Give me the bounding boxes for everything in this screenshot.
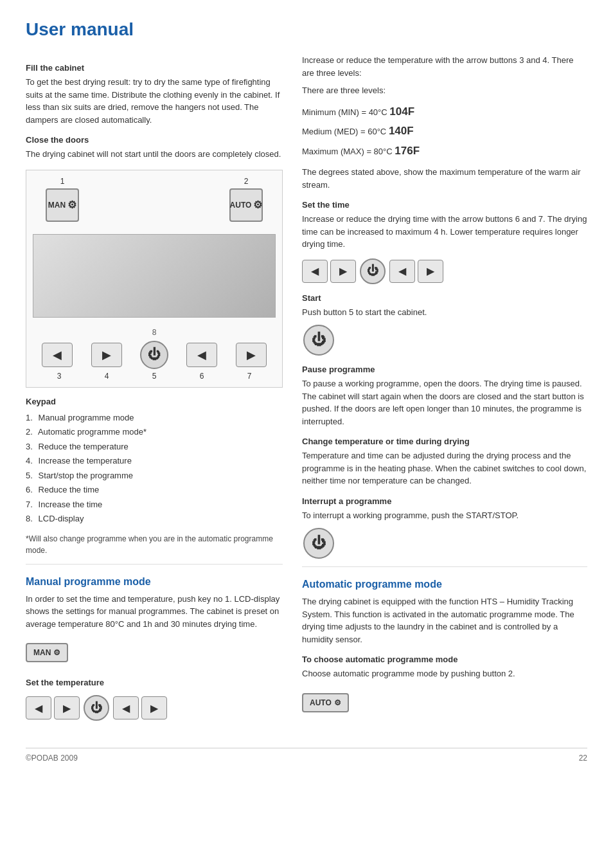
btn-increase-temp[interactable]: ▶ <box>91 343 122 367</box>
btn-power-1[interactable]: ⏻ <box>84 695 109 721</box>
btn-reduce-temp[interactable]: ◀ <box>42 343 73 367</box>
set-temp-body: Increase or reduce the temperature with … <box>302 54 587 79</box>
temp-btn-group: ◀ ▶ ⏻ ◀ ▶ <box>26 695 283 721</box>
temp-med-row: Medium (MED) = 60°C 140F <box>302 122 587 141</box>
keypad-list: 1. Manual programme mode 2. Automatic pr… <box>26 411 283 525</box>
temp-max-label: Maximum (MAX) = 80°C <box>302 147 393 156</box>
btn-increase-time[interactable]: ▶ <box>236 343 267 367</box>
man-button-display[interactable]: MAN ⚙ <box>26 637 283 669</box>
num-5: 5. <box>26 469 36 482</box>
num-7: 7. <box>26 498 36 511</box>
keypad-item-2: 2. Automatic programme mode* <box>26 426 283 439</box>
fill-cabinet-heading: Fill the cabinet <box>26 63 283 73</box>
time-btn-group: ◀ ▶ ⏻ ◀ ▶ <box>302 258 587 284</box>
auto-btn-gear: ⚙ <box>334 698 341 707</box>
manual-heading: Manual programme mode <box>26 576 283 588</box>
man-button[interactable]: MAN ⚙ <box>46 188 79 224</box>
keypad-item-8: 8. LCD-display <box>26 512 283 525</box>
temp-min-val: 104F <box>389 105 414 118</box>
keypad-item-3: 3. Reduce the temperature <box>26 440 283 453</box>
num-4: 4. <box>26 455 36 467</box>
display-row <box>33 229 276 323</box>
temp-med-label: Medium (MED) = 60°C <box>302 127 386 136</box>
choose-auto-body: Choose automatic programme mode by pushi… <box>302 667 587 680</box>
right-column: Increase or reduce the temperature with … <box>302 54 587 728</box>
set-temperature-heading: Set the temperature <box>26 678 283 687</box>
pause-body: To pause a working programme, open the d… <box>302 377 587 428</box>
page-title: User manual <box>26 19 587 40</box>
num-3: 3. <box>26 440 36 453</box>
btn-time-right-2[interactable]: ▶ <box>418 260 443 283</box>
btn-time-left-1[interactable]: ◀ <box>302 260 328 283</box>
keypad-item-7: 7. Increase the time <box>26 498 283 511</box>
btn-start-stop[interactable]: ⏻ <box>140 341 168 369</box>
page-footer: ©PODAB 2009 22 <box>26 748 587 763</box>
auto-text: AUTO <box>310 698 332 707</box>
man-btn-gear: ⚙ <box>53 648 60 657</box>
temp-max-val: 176F <box>395 145 420 157</box>
close-doors-body: The drying cabinet will not start until … <box>26 148 283 161</box>
num-6: 6. <box>26 484 36 496</box>
man-icon: MAN ⚙ <box>46 188 79 222</box>
start-btn-image[interactable]: ⏻ <box>303 325 334 356</box>
temp-min-row: Minimum (MIN) = 40°C 104F <box>302 102 587 122</box>
num4-label: 4 <box>94 372 120 381</box>
keypad-top-row: 1 MAN ⚙ 2 AUTO ⚙ <box>33 177 276 224</box>
btn-time-left-2[interactable]: ◀ <box>389 260 415 283</box>
keypad-num2-label: 2 <box>244 177 249 186</box>
bottom-nums-row: 3 4 5 6 7 <box>33 372 276 381</box>
btn-temp-right-1[interactable]: ▶ <box>54 696 80 719</box>
start-heading: Start <box>302 293 587 303</box>
keypad-item-1: 1. Manual programme mode <box>26 411 283 424</box>
keypad-num2-area: 2 AUTO ⚙ <box>229 177 263 224</box>
auto-button-display[interactable]: AUTO ⚙ <box>302 687 587 719</box>
change-temp-body: Temperature and time can be adjusted dur… <box>302 449 587 487</box>
set-time-body: Increase or reduce the drying time with … <box>302 213 587 251</box>
footer-page-num: 22 <box>579 754 587 763</box>
interrupt-btn-display: ⏻ <box>302 528 587 559</box>
keypad-item-6: 6. Reduce the time <box>26 484 283 496</box>
temp-note-intro: There are three levels: <box>302 84 587 97</box>
start-body: Push button 5 to start the cabinet. <box>302 306 587 319</box>
btn-temp-left-1[interactable]: ◀ <box>26 696 51 719</box>
num3-label: 3 <box>46 372 72 381</box>
auto-btn-image: AUTO ⚙ <box>302 693 349 712</box>
start-btn-display: ⏻ <box>302 325 587 356</box>
keypad-item-4: 4. Increase the temperature <box>26 455 283 467</box>
auto-body: The drying cabinet is equipped with the … <box>302 595 587 646</box>
num8-label: 8 <box>33 328 276 337</box>
footer-copyright: ©PODAB 2009 <box>26 754 78 763</box>
close-doors-heading: Close the doors <box>26 135 283 145</box>
keypad-footnote: *Will also change programme when you are… <box>26 533 283 556</box>
interrupt-btn-image[interactable]: ⏻ <box>303 528 334 559</box>
btn-reduce-time[interactable]: ◀ <box>186 343 217 367</box>
auto-gear-icon: ⚙ <box>253 199 262 211</box>
keypad-item-5: 5. Start/stop the programme <box>26 469 283 482</box>
keypad-heading: Keypad <box>26 397 283 406</box>
btn-temp-left-2[interactable]: ◀ <box>113 696 139 719</box>
num6-label: 6 <box>189 372 215 381</box>
fill-cabinet-section: Fill the cabinet To get the best drying … <box>26 63 283 126</box>
fill-cabinet-body: To get the best drying result: try to dr… <box>26 76 283 126</box>
man-text: MAN <box>33 648 51 657</box>
temperature-values: Minimum (MIN) = 40°C 104F Medium (MED) =… <box>302 102 587 161</box>
left-column: Fill the cabinet To get the best drying … <box>26 54 283 728</box>
num5-label: 5 <box>141 372 167 381</box>
temp-min-label: Minimum (MIN) = 40°C <box>302 107 387 117</box>
num-8: 8. <box>26 512 36 525</box>
btn-time-right-1[interactable]: ▶ <box>330 260 356 283</box>
auto-button[interactable]: AUTO ⚙ <box>229 188 263 224</box>
btn-power-2[interactable]: ⏻ <box>360 258 386 284</box>
keypad-num1-label: 1 <box>60 177 65 186</box>
btn-temp-right-2[interactable]: ▶ <box>141 696 167 719</box>
close-doors-section: Close the doors The drying cabinet will … <box>26 135 283 161</box>
num-1: 1. <box>26 411 36 424</box>
keypad-num1-area: 1 MAN ⚙ <box>46 177 79 224</box>
man-gear-icon: ⚙ <box>67 199 76 211</box>
num-2: 2. <box>26 426 36 439</box>
pause-heading: Pause programme <box>302 365 587 374</box>
auto-heading: Automatic programme mode <box>302 579 587 590</box>
auto-label: AUTO <box>230 201 252 210</box>
keypad-bottom-row: ◀ ▶ ⏻ ◀ ▶ <box>33 341 276 369</box>
man-btn-image: MAN ⚙ <box>26 643 68 662</box>
